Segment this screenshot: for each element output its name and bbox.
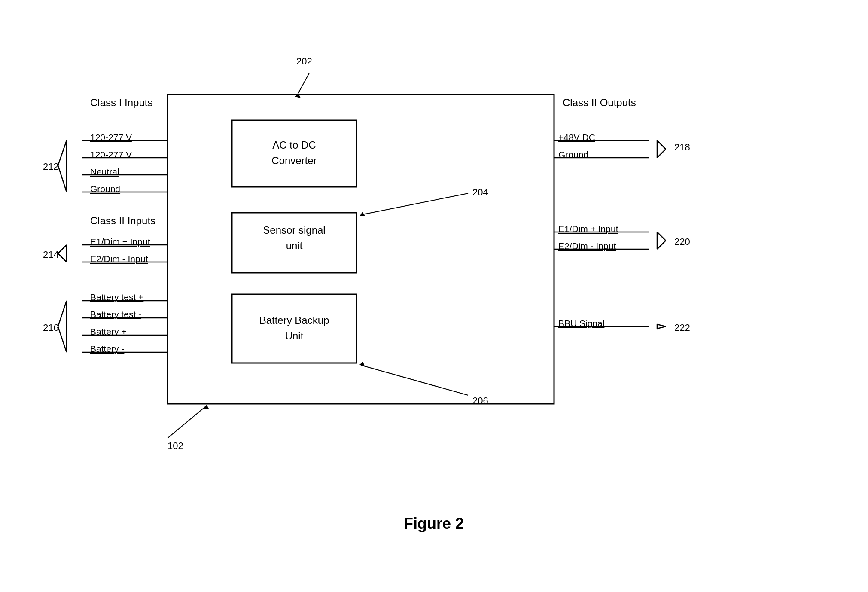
svg-rect-0 — [168, 95, 554, 404]
ref-102: 102 — [168, 440, 183, 452]
ref-222: 222 — [674, 322, 690, 333]
class2-outputs-label: Class II Outputs — [563, 97, 636, 109]
out-e1: E1/Dim + Input — [558, 224, 618, 234]
svg-line-21 — [361, 193, 468, 215]
wire-ground-1: Ground — [90, 184, 120, 194]
out-bbu: BBU Signal — [558, 318, 604, 329]
svg-line-32 — [58, 253, 67, 262]
figure-label: Figure 2 — [404, 515, 464, 533]
wire-e1-input: E1/Dim + Input — [90, 237, 150, 247]
bbu-box-label: Battery Backup Unit — [241, 313, 348, 344]
wire-batt-test-neg: Battery test - — [90, 309, 141, 320]
svg-line-19 — [296, 73, 309, 97]
out-ground: Ground — [558, 150, 588, 160]
svg-line-38 — [657, 149, 666, 158]
ref-212: 212 — [43, 161, 59, 172]
svg-line-40 — [657, 232, 666, 241]
svg-line-43 — [657, 324, 666, 327]
svg-line-29 — [58, 165, 67, 192]
ref-220: 220 — [674, 236, 690, 247]
wire-120-277-2: 120-277 V — [90, 150, 132, 160]
wire-120-277-1: 120-277 V — [90, 132, 132, 143]
wire-batt-pos: Battery + — [90, 327, 127, 337]
svg-marker-26 — [204, 405, 209, 409]
svg-line-28 — [58, 140, 67, 165]
wire-batt-neg: Battery - — [90, 344, 124, 354]
out-48v: +48V DC — [558, 132, 595, 143]
svg-line-34 — [58, 301, 67, 327]
class1-inputs-label: Class I Inputs — [90, 97, 152, 109]
ref-214: 214 — [43, 249, 59, 260]
svg-line-25 — [168, 406, 206, 438]
svg-line-23 — [361, 365, 468, 395]
svg-line-44 — [657, 327, 666, 329]
ref-206: 206 — [472, 395, 488, 406]
ac-dc-box-label: AC to DC Converter — [241, 137, 348, 168]
svg-line-31 — [58, 245, 67, 253]
svg-line-35 — [58, 327, 67, 352]
class2-inputs-label: Class II Inputs — [90, 215, 155, 227]
ref-202: 202 — [296, 56, 312, 67]
svg-line-41 — [657, 241, 666, 249]
svg-marker-22 — [360, 212, 365, 216]
sensor-box-label: Sensor signal unit — [241, 223, 348, 253]
ref-216: 216 — [43, 322, 59, 333]
out-e2: E2/Dim - Input — [558, 241, 616, 251]
ref-204: 204 — [472, 187, 488, 198]
svg-marker-24 — [359, 362, 365, 366]
wire-e2-input: E2/Dim - Input — [90, 254, 148, 264]
svg-marker-20 — [295, 94, 301, 98]
ref-218: 218 — [674, 142, 690, 153]
svg-line-37 — [657, 140, 666, 149]
wire-batt-test-pos: Battery test + — [90, 292, 143, 302]
wire-neutral: Neutral — [90, 167, 119, 177]
